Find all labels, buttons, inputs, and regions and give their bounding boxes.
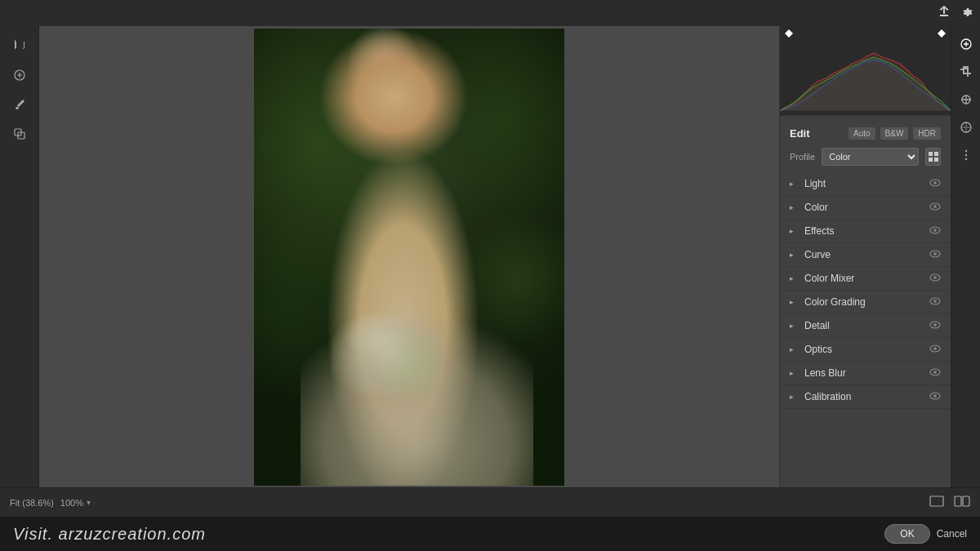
heal-icon[interactable] (7, 62, 33, 88)
detail-label: Detail (804, 320, 929, 331)
settings-icon[interactable] (960, 6, 973, 21)
right-panel: Edit Auto B&W HDR Profile Color Adobe Co… (779, 26, 951, 487)
histogram (780, 26, 951, 116)
masking-tool-icon[interactable] (955, 116, 978, 139)
bw-button[interactable]: B&W (880, 127, 909, 140)
detail-chevron-icon: ▸ (790, 322, 798, 330)
color-label: Color (804, 202, 929, 213)
panel-item-detail[interactable]: ▸Detail (780, 314, 951, 338)
color-visibility-icon[interactable] (929, 202, 941, 213)
optics-chevron-icon: ▸ (790, 345, 798, 353)
panel-item-optics[interactable]: ▸Optics (780, 338, 951, 362)
more-options-icon[interactable] (955, 144, 978, 167)
left-panel (0, 26, 39, 487)
panel-item-curve[interactable]: ▸Curve (780, 243, 951, 267)
profile-row: Profile Color Adobe Color Adobe Landscap… (780, 144, 951, 172)
panel-item-color[interactable]: ▸Color (780, 196, 951, 220)
profile-grid-button[interactable] (925, 148, 941, 166)
light-chevron-icon: ▸ (790, 180, 798, 188)
calibration-visibility-icon[interactable] (929, 391, 941, 402)
svg-rect-3 (929, 152, 933, 156)
svg-point-24 (933, 371, 937, 374)
calibration-chevron-icon: ▸ (790, 393, 798, 401)
color-grading-label: Color Grading (804, 296, 929, 308)
panel-item-color-mixer[interactable]: ▸Color Mixer (780, 267, 951, 291)
crop-tool-icon[interactable] (955, 60, 978, 83)
export-icon[interactable] (938, 6, 951, 21)
edit-header: Edit Auto B&W HDR (780, 122, 951, 144)
curve-chevron-icon: ▸ (790, 251, 798, 259)
top-bar (0, 0, 980, 26)
color-grading-visibility-icon[interactable] (929, 296, 941, 308)
right-sidebar (951, 26, 980, 487)
photo-frame (254, 29, 564, 486)
svg-point-10 (933, 205, 937, 208)
main-area: Edit Auto B&W HDR Profile Color Adobe Co… (0, 26, 980, 487)
edit-section: Edit Auto B&W HDR Profile Color Adobe Co… (780, 116, 951, 487)
color-mixer-chevron-icon: ▸ (790, 274, 798, 282)
panel-item-calibration[interactable]: ▸Calibration (780, 385, 951, 409)
auto-button[interactable]: Auto (849, 127, 875, 140)
detail-visibility-icon[interactable] (929, 320, 941, 331)
svg-point-8 (933, 181, 937, 184)
color-chevron-icon: ▸ (790, 203, 798, 211)
zoom-label: 100% (60, 498, 83, 508)
watermark-bar: Visit. arzuzcreation.com OK Cancel (0, 517, 980, 551)
optics-label: Optics (804, 344, 929, 355)
lens-blur-label: Lens Blur (804, 367, 929, 379)
view-split-icon[interactable] (954, 495, 970, 509)
hdr-button[interactable]: HDR (913, 127, 941, 140)
panel-items-container: ▸Light▸Color▸Effects▸Curve▸Color Mixer▸C… (780, 172, 951, 409)
color-mixer-visibility-icon[interactable] (929, 273, 941, 284)
panel-item-light[interactable]: ▸Light (780, 172, 951, 196)
svg-point-31 (964, 158, 966, 160)
svg-rect-4 (934, 152, 938, 156)
lens-blur-chevron-icon: ▸ (790, 369, 798, 377)
profile-tool-icon[interactable] (955, 33, 978, 56)
effects-visibility-icon[interactable] (929, 225, 941, 237)
watermark-text: Visit. arzuzcreation.com (13, 525, 206, 544)
svg-point-22 (933, 347, 937, 350)
svg-point-20 (933, 323, 937, 327)
panel-item-effects[interactable]: ▸Effects (780, 220, 951, 243)
light-visibility-icon[interactable] (929, 178, 941, 189)
bottom-bar: Fit (38.6%) 100% ▾ (0, 487, 980, 517)
brush-icon[interactable] (7, 91, 33, 118)
effects-chevron-icon: ▸ (790, 227, 798, 235)
clone-icon[interactable] (7, 121, 33, 147)
lens-blur-visibility-icon[interactable] (929, 367, 941, 379)
color-mixer-label: Color Mixer (804, 273, 929, 284)
action-buttons: OK Cancel (884, 524, 967, 544)
fit-label: Fit (38.6%) (10, 498, 54, 508)
svg-rect-33 (955, 496, 961, 506)
zoom-chevron-icon[interactable]: ▾ (87, 498, 91, 507)
cancel-button[interactable]: Cancel (937, 528, 967, 540)
svg-point-16 (933, 276, 937, 279)
svg-rect-32 (930, 496, 943, 506)
ok-button[interactable]: OK (884, 524, 929, 544)
svg-point-30 (964, 154, 966, 156)
color-grading-chevron-icon: ▸ (790, 298, 798, 306)
svg-point-14 (933, 252, 937, 256)
svg-point-12 (933, 229, 937, 232)
light-label: Light (804, 178, 929, 189)
svg-point-18 (933, 300, 937, 303)
crop-icon[interactable] (7, 33, 33, 59)
curve-label: Curve (804, 249, 929, 260)
optics-visibility-icon[interactable] (929, 344, 941, 355)
profile-select[interactable]: Color Adobe Color Adobe Landscape Adobe … (822, 148, 919, 166)
panel-item-lens-blur[interactable]: ▸Lens Blur (780, 362, 951, 385)
photo-image (254, 29, 564, 486)
effects-label: Effects (804, 225, 929, 237)
view-single-icon[interactable] (929, 495, 944, 509)
canvas-area (39, 26, 779, 487)
svg-point-26 (933, 394, 937, 398)
svg-rect-5 (929, 158, 933, 162)
edit-title: Edit (790, 127, 844, 140)
panel-item-color-grading[interactable]: ▸Color Grading (780, 291, 951, 314)
curve-visibility-icon[interactable] (929, 249, 941, 260)
svg-rect-6 (934, 158, 938, 162)
svg-rect-34 (963, 496, 969, 506)
healing-tool-icon[interactable] (955, 88, 978, 111)
profile-label: Profile (790, 152, 815, 162)
